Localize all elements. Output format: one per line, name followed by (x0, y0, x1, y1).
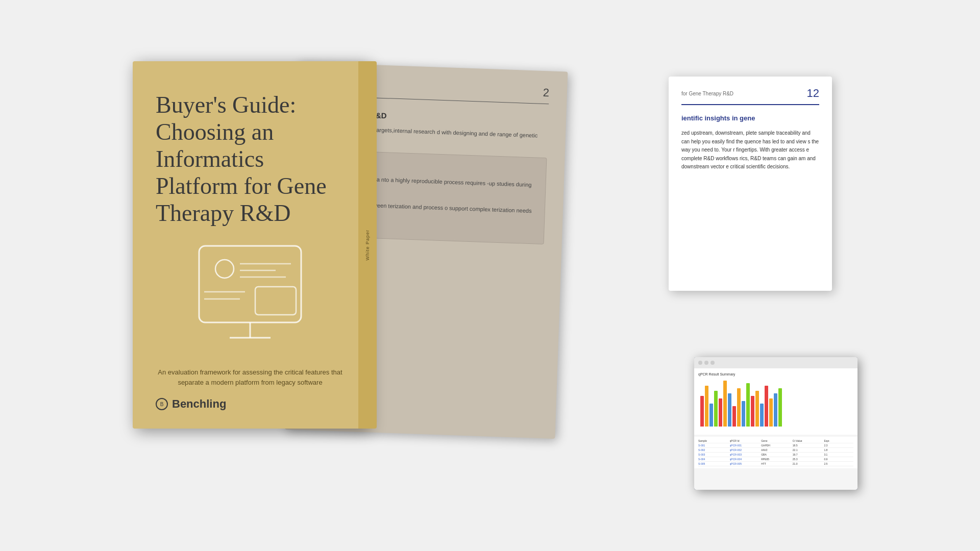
cover-subtitle: An evaluation framework for assessing th… (156, 367, 345, 387)
table-data-row-2: S-002 qPCR-002 AAV2 22.1 1.8 (698, 448, 853, 453)
svg-rect-5 (255, 287, 296, 315)
benchling-icon: B (156, 398, 168, 410)
page2-number: 2 (543, 86, 549, 99)
dash-btn-2 (704, 361, 708, 365)
cover-label-text: White Paper (365, 230, 370, 261)
cell-ct-3: 19.7 (793, 453, 822, 456)
bar-3 (714, 391, 718, 427)
dash-btn-3 (710, 361, 715, 365)
scene: for Gene Therapy R&D 2 n gene therapy R&… (133, 46, 847, 505)
chart-title: qPCR Result Summary (698, 372, 853, 376)
cover-title: Buyer's Guide: Choosing an Informatics P… (156, 92, 345, 227)
cell-sample-5: S-005 (698, 462, 728, 465)
cover-top: Buyer's Guide: Choosing an Informatics P… (156, 82, 345, 227)
bars-container (698, 378, 853, 427)
col-id: qPCR Id (730, 439, 760, 442)
cell-gene-3: GBA (761, 453, 791, 456)
cell-expr-1: 2.3 (824, 444, 853, 447)
bar-0 (700, 396, 704, 427)
cell-id-5: qPCR-005 (730, 462, 760, 465)
page12-title: for Gene Therapy R&D (681, 91, 733, 96)
cover-bottom: An evaluation framework for assessing th… (156, 367, 345, 411)
cell-gene-4: RPE65 (761, 458, 791, 461)
cell-sample-4: S-004 (698, 458, 728, 461)
cell-ct-1: 18.5 (793, 444, 822, 447)
cell-sample-3: S-003 (698, 453, 728, 456)
col-ct: Ct Value (793, 439, 822, 442)
cell-id-2: qPCR-002 (730, 448, 760, 452)
dash-btn-1 (698, 361, 702, 365)
cell-ct-4: 25.3 (793, 458, 822, 461)
bar-11 (751, 396, 754, 427)
bar-14 (765, 386, 768, 427)
cell-gene-2: AAV2 (761, 448, 791, 452)
dashboard-inner: qPCR Result Summary Sample qPCR Id Gene … (694, 357, 857, 490)
monitor-icon (184, 241, 316, 353)
bar-17 (778, 388, 782, 427)
cell-ct-5: 21.0 (793, 462, 822, 465)
table-data-row-3: S-003 qPCR-003 GBA 19.7 3.1 (698, 453, 853, 457)
bar-6 (728, 393, 731, 427)
cover-illustration (156, 237, 345, 357)
cell-id-4: qPCR-004 (730, 458, 760, 461)
benchling-logo: B Benchling (156, 397, 226, 411)
page12-header: for Gene Therapy R&D 12 (681, 87, 819, 105)
bar-8 (737, 388, 741, 427)
page12-section: ientific insights in gene (681, 114, 819, 122)
table-data-row-4: S-004 qPCR-004 RPE65 25.3 0.9 (698, 457, 853, 462)
bar-15 (769, 398, 773, 427)
cell-expr-2: 1.8 (824, 448, 853, 452)
bar-9 (742, 401, 745, 427)
cell-expr-4: 0.9 (824, 458, 853, 461)
cover-label: White Paper (358, 61, 377, 429)
page-12-document: for Gene Therapy R&D 12 ientific insight… (669, 77, 832, 291)
table-header-row: Sample qPCR Id Gene Ct Value Expr. (698, 439, 853, 443)
page12-number: 12 (807, 87, 819, 100)
bar-13 (760, 404, 764, 427)
cover-footer: B Benchling (156, 397, 345, 411)
svg-point-1 (215, 260, 234, 278)
table-data-row-1: S-001 qPCR-001 GAPDH 18.5 2.3 (698, 443, 853, 448)
dashboard-topbar (694, 357, 857, 368)
col-sample: Sample (698, 439, 728, 442)
chart-area: qPCR Result Summary (694, 368, 857, 435)
cell-sample-1: S-001 (698, 444, 728, 447)
cell-gene-5: HTT (761, 462, 791, 465)
benchling-name: Benchling (172, 397, 226, 411)
col-gene: Gene (761, 439, 791, 442)
cell-expr-5: 2.5 (824, 462, 853, 465)
cell-gene-1: GAPDH (761, 444, 791, 447)
bar-2 (709, 404, 713, 427)
bar-12 (755, 391, 759, 427)
cell-sample-2: S-002 (698, 448, 728, 452)
svg-text:B: B (160, 402, 164, 407)
cell-id-3: qPCR-003 (730, 453, 760, 456)
bar-1 (705, 386, 708, 427)
bar-16 (774, 393, 777, 427)
col-expr: Expr. (824, 439, 853, 442)
table-data-row-5: S-005 qPCR-005 HTT 21.0 2.5 (698, 462, 853, 466)
bar-4 (719, 398, 722, 427)
cell-expr-3: 3.1 (824, 453, 853, 456)
page12-body: zed upstream, downstream, plete sample t… (681, 129, 819, 171)
cover-document: White Paper Buyer's Guide: Choosing an I… (133, 61, 368, 429)
cell-id-1: qPCR-001 (730, 444, 760, 447)
svg-rect-0 (199, 246, 301, 322)
bar-7 (732, 406, 736, 427)
cell-ct-2: 22.1 (793, 448, 822, 452)
table-area: Sample qPCR Id Gene Ct Value Expr. S-001… (694, 437, 857, 468)
bar-10 (746, 383, 750, 427)
dashboard-document: qPCR Result Summary Sample qPCR Id Gene … (694, 357, 857, 490)
bar-5 (723, 381, 727, 427)
